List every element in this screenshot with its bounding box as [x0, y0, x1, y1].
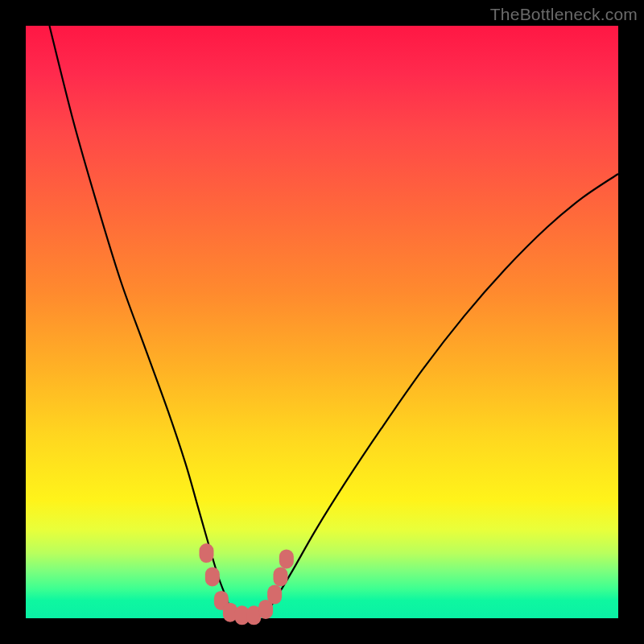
- right-branch-path: [262, 174, 618, 618]
- plot-area: [26, 26, 618, 618]
- valley-markers-layer: [199, 543, 293, 625]
- valley-marker: [267, 585, 282, 605]
- valley-marker: [279, 549, 294, 568]
- valley-marker: [273, 567, 287, 586]
- valley-marker: [205, 567, 220, 586]
- chart-frame: TheBottleneck.com: [0, 0, 644, 644]
- chart-svg: [26, 26, 618, 618]
- left-branch-path: [49, 26, 233, 618]
- curve-layer: [49, 26, 618, 618]
- valley-marker: [199, 543, 213, 563]
- watermark-text: TheBottleneck.com: [490, 5, 638, 24]
